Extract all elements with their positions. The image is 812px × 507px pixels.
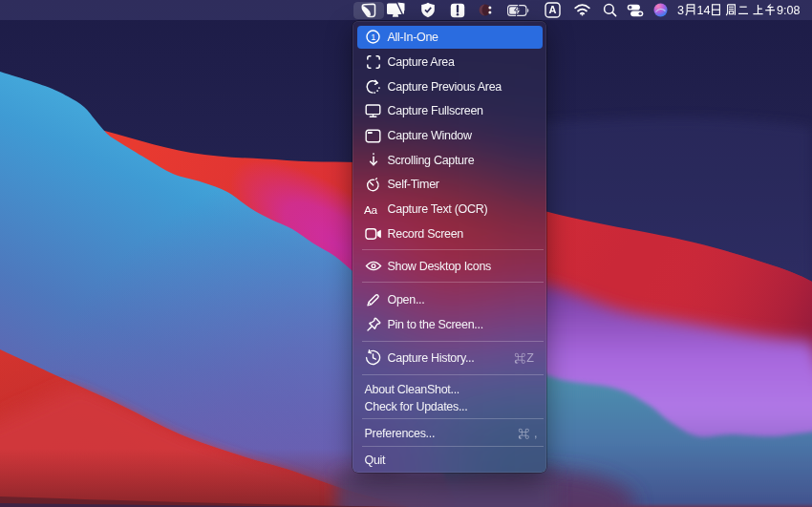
svg-text:14: 14 xyxy=(697,4,711,17)
svg-text:9:08: 9:08 xyxy=(777,4,801,17)
svg-text:A: A xyxy=(549,4,557,15)
svg-text:Aa: Aa xyxy=(364,202,378,216)
svg-text:3: 3 xyxy=(677,4,684,17)
svg-text:1: 1 xyxy=(371,32,375,42)
